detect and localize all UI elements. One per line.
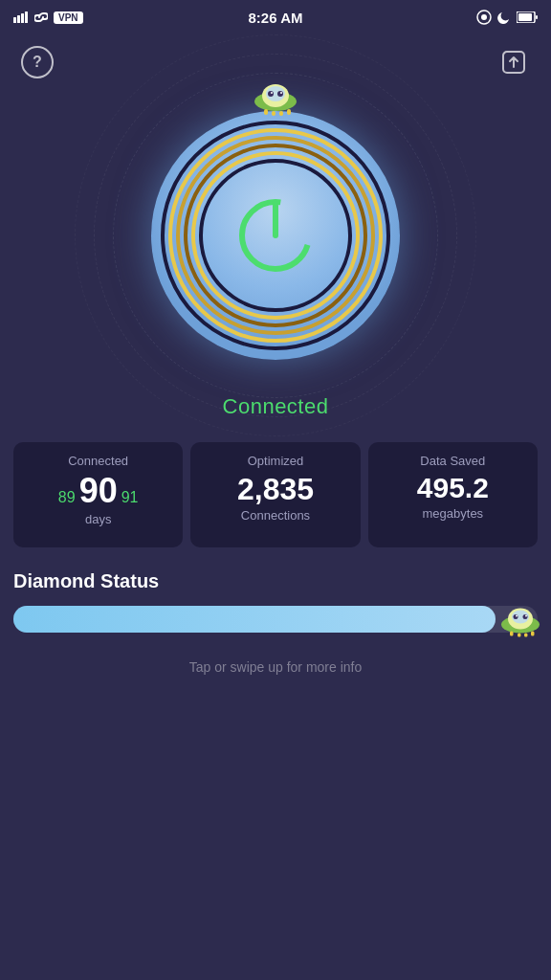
help-icon: ?: [20, 45, 55, 79]
vpn-circle-container: Connected: [0, 92, 551, 419]
help-button[interactable]: ?: [17, 42, 57, 82]
stat-value-main-connected: 90: [79, 474, 118, 508]
main-circle: [151, 111, 400, 360]
svg-point-18: [277, 91, 283, 97]
share-button[interactable]: [494, 42, 534, 82]
diamond-progress-fill: [13, 606, 496, 633]
svg-rect-22: [272, 111, 276, 116]
share-icon: [499, 48, 528, 77]
stat-value-next: 91: [121, 489, 139, 506]
stat-sublabel-data: megabytes: [423, 506, 484, 521]
stat-value-main-data: 495.2: [417, 474, 489, 502]
character-mascot: [247, 75, 304, 118]
stat-card-connected: Connected 89 90 91 days: [13, 442, 183, 547]
status-time: 8:26 AM: [249, 10, 303, 26]
stat-value-main-optimized: 2,835: [237, 474, 314, 504]
svg-point-17: [268, 91, 274, 97]
stat-label-optimized: Optimized: [248, 454, 304, 468]
stat-value-row-data: 495.2: [417, 474, 489, 502]
svg-point-29: [523, 614, 528, 619]
svg-rect-3: [25, 11, 28, 23]
display-icon: [476, 10, 492, 25]
svg-rect-32: [510, 632, 514, 636]
signal-icon: [13, 11, 29, 23]
svg-point-20: [280, 92, 282, 94]
power-button[interactable]: [223, 183, 328, 288]
link-icon: [34, 11, 48, 23]
svg-text:?: ?: [33, 54, 42, 70]
diamond-title: Diamond Status: [13, 570, 538, 592]
svg-rect-24: [287, 109, 291, 115]
diamond-character-svg: [495, 598, 547, 641]
stat-value-row-connected: 89 90 91: [58, 474, 139, 508]
svg-point-19: [271, 92, 273, 94]
svg-rect-35: [531, 632, 535, 636]
vpn-power-button[interactable]: [132, 92, 419, 379]
diamond-progress-container: [13, 606, 538, 633]
svg-point-5: [481, 14, 487, 20]
svg-rect-2: [21, 13, 24, 23]
svg-point-28: [514, 614, 518, 619]
stats-row: Connected 89 90 91 days Optimized 2,835 …: [13, 442, 538, 547]
battery-icon: [517, 11, 538, 23]
status-bar: VPN 8:26 AM: [0, 0, 551, 34]
status-left: VPN: [13, 11, 83, 24]
svg-rect-23: [279, 111, 283, 116]
stat-value-prev: 89: [58, 489, 76, 506]
status-right: [476, 10, 538, 25]
svg-rect-0: [13, 17, 16, 23]
stat-sublabel-connected: days: [85, 512, 111, 526]
moon-icon: [497, 11, 511, 24]
vpn-badge: VPN: [54, 11, 83, 24]
svg-rect-7: [518, 13, 532, 21]
svg-rect-34: [524, 634, 528, 637]
stat-label-data: Data Saved: [420, 454, 485, 468]
diamond-character: [495, 598, 547, 641]
diamond-section: Diamond Status: [13, 570, 538, 633]
svg-rect-21: [264, 109, 268, 115]
svg-point-30: [516, 615, 518, 617]
svg-rect-33: [518, 634, 521, 637]
svg-rect-8: [536, 15, 538, 19]
svg-point-31: [525, 615, 527, 617]
power-icon: [232, 192, 319, 278]
character-svg: [247, 75, 304, 118]
stat-sublabel-optimized: Connections: [241, 508, 310, 523]
bottom-hint: Tap or swipe up for more info: [0, 659, 551, 675]
stat-card-data: Data Saved 495.2 megabytes: [368, 442, 538, 547]
stat-label-connected: Connected: [68, 454, 128, 468]
stat-value-row-optimized: 2,835: [237, 474, 314, 504]
svg-rect-1: [17, 15, 20, 23]
stat-card-optimized: Optimized 2,835 Connections: [190, 442, 360, 547]
